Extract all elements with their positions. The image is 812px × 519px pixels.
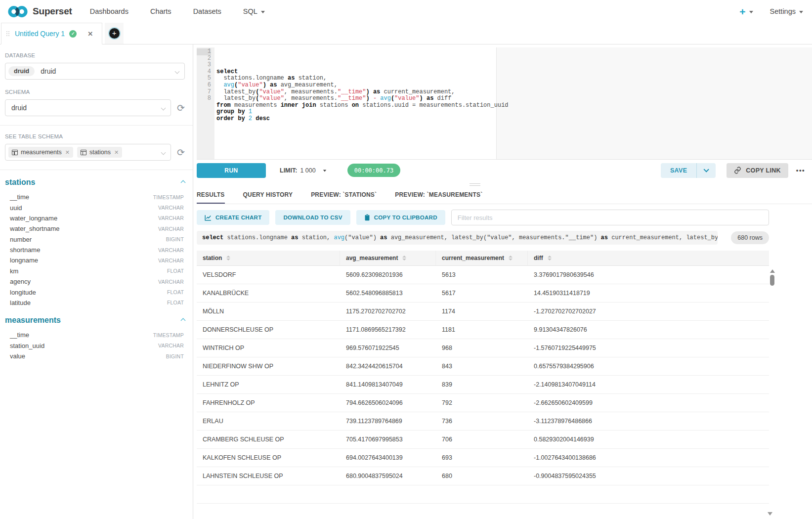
refresh-tables-icon[interactable]: ⟳ <box>177 148 185 157</box>
table-cell: 739.1123789764869 <box>340 412 436 430</box>
table-chip-measurements[interactable]: measurements ✕ <box>8 147 73 158</box>
column-header-current_measurement[interactable]: current_measurement <box>436 251 528 265</box>
add-tab-button[interactable]: + <box>105 23 124 44</box>
schema-table-stations: stations__timeTIMESTAMPuuidVARCHARwater_… <box>5 178 185 308</box>
code-line: avg("value") as avg_measurement, <box>216 82 812 89</box>
code-line: stations.longname as station, <box>216 75 812 82</box>
editor-gutter: 12345678 <box>197 47 214 159</box>
results-actions: CREATE CHART DOWNLOAD TO CSV COPY TO CLI… <box>197 210 769 225</box>
column-header-avg_measurement[interactable]: avg_measurement <box>340 251 436 265</box>
caret-down-icon <box>261 11 265 13</box>
download-csv-button[interactable]: DOWNLOAD TO CSV <box>275 210 350 225</box>
refresh-schemas-icon[interactable]: ⟳ <box>177 103 185 113</box>
table-cell: 842.3424420615704 <box>340 357 436 375</box>
table-row[interactable]: CRAMBERG SCHLEUSE OP705.4170697995853706… <box>197 431 769 449</box>
table-row[interactable]: MÖLLN1175.27027027027021174-1.2702702702… <box>197 303 769 321</box>
superset-brand[interactable]: Superset <box>7 5 72 18</box>
table-row[interactable]: ERLAU739.1123789764869736-3.112378976486… <box>197 412 769 431</box>
settings-menu[interactable]: Settings <box>770 7 803 15</box>
table-chip-stations[interactable]: stations ✕ <box>77 147 122 158</box>
tab-preview-measurements[interactable]: PREVIEW: `MEASUREMENTS` <box>395 191 482 204</box>
tab-preview-stations[interactable]: PREVIEW: `STATIONS` <box>311 191 377 204</box>
scroll-down-icon[interactable] <box>768 512 772 516</box>
schema-table-name: measurements <box>5 316 61 325</box>
results-table-header: stationavg_measurementcurrent_measuremen… <box>197 251 769 266</box>
tab-untitled-query-1[interactable]: Untitled Query 1 ✓ ✕ <box>1 23 102 44</box>
close-tab-icon[interactable]: ✕ <box>87 30 93 38</box>
code-token: diff <box>433 95 451 102</box>
limit-value: 1 000 <box>300 167 315 174</box>
table-row[interactable]: DONNERSCHLEUSE OP1171.086956521739211819… <box>197 321 769 339</box>
code-token: ) <box>420 95 423 102</box>
sql-editor[interactable]: 12345678 select stations.longname as sta… <box>197 47 812 159</box>
table-row[interactable]: LEHNITZ OP841.1409813407049839-2.1409813… <box>197 376 769 394</box>
table-cell: 1174 <box>436 303 528 320</box>
caret-down-icon <box>799 11 803 13</box>
more-actions-button[interactable]: ••• <box>796 167 805 174</box>
remove-chip-icon[interactable]: ✕ <box>114 149 119 156</box>
table-cell: 1171.0869565217392 <box>340 321 436 339</box>
results-scrollbar[interactable] <box>769 265 775 519</box>
schema-table-header-measurements[interactable]: measurements <box>5 316 185 325</box>
table-cell: KALKOFEN SCHLEUSE OP <box>197 449 340 467</box>
schema-select[interactable]: druid <box>5 99 171 116</box>
tab-results[interactable]: RESULTS <box>197 191 225 204</box>
nav-item-charts[interactable]: Charts <box>150 7 171 15</box>
code-token: "__time" <box>338 95 366 102</box>
column-header-station[interactable]: station <box>197 251 340 265</box>
pane-splitter[interactable] <box>197 181 812 189</box>
code-line: from measurements inner join stations on… <box>216 102 812 109</box>
new-item-button[interactable]: + <box>739 6 753 17</box>
database-type-chip: druid <box>8 66 35 76</box>
column-name: water_shortname <box>10 225 59 232</box>
table-cell: 794.6626506024096 <box>340 394 436 412</box>
code-token <box>245 108 249 115</box>
filter-results-input[interactable] <box>451 210 769 225</box>
gutter-line: 6 <box>197 82 211 89</box>
column-header-diff[interactable]: diff <box>528 251 769 265</box>
table-row[interactable]: NIEDERFINOW SHW OP842.34244206157048430.… <box>197 357 769 376</box>
nav-right: + Settings <box>739 6 803 17</box>
copy-link-button[interactable]: COPY LINK <box>727 163 788 178</box>
table-row[interactable]: FAHRENHOLZ OP794.6626506024096792-2.6626… <box>197 394 769 412</box>
editor-code[interactable]: select stations.longname as station, avg… <box>214 47 812 159</box>
gutter-line: 4 <box>197 69 211 76</box>
save-options-button[interactable] <box>697 163 716 178</box>
table-row[interactable]: KANALBRÜCKE5602.548096885813561714.45190… <box>197 284 769 303</box>
column-type: VARCHAR <box>158 226 184 232</box>
save-button[interactable]: SAVE <box>661 163 696 178</box>
nav-item-datasets[interactable]: Datasets <box>193 7 221 15</box>
sort-icon <box>402 256 406 260</box>
code-token: avg <box>223 82 234 88</box>
code-token: ("value") <box>344 234 380 241</box>
table-row[interactable]: VELSDORF5609.62309820193656133.376901798… <box>197 266 769 284</box>
column-header-label: current_measurement <box>442 255 504 261</box>
table-row[interactable]: KALKOFEN SCHLEUSE OP694.0027643400139693… <box>197 449 769 467</box>
remove-chip-icon[interactable]: ✕ <box>65 149 70 156</box>
run-button[interactable]: RUN <box>197 163 266 178</box>
column-type: FLOAT <box>167 268 184 274</box>
limit-dropdown[interactable]: LIMIT: 1 000 <box>280 167 327 174</box>
table-row[interactable]: LAHNSTEIN SCHLEUSE OP680.900483759502468… <box>197 467 769 485</box>
scrollbar-thumb[interactable] <box>770 275 774 286</box>
schema-table-header-stations[interactable]: stations <box>5 178 185 187</box>
caret-down-icon <box>749 11 753 13</box>
create-chart-button[interactable]: CREATE CHART <box>197 210 269 225</box>
schema-table-name: stations <box>5 178 35 187</box>
database-select[interactable]: druid druid <box>5 63 185 80</box>
code-token: select <box>202 234 223 241</box>
query-success-icon: ✓ <box>69 30 77 38</box>
tab-query-history[interactable]: QUERY HISTORY <box>243 191 293 204</box>
executed-query-preview[interactable]: select stations.longname as station, avg… <box>197 231 718 245</box>
gutter-line: 7 <box>197 89 211 96</box>
column-type: BIGINT <box>166 236 184 242</box>
table-cell: KANALBRÜCKE <box>197 284 340 302</box>
copy-to-clipboard-button[interactable]: COPY TO CLIPBOARD <box>356 210 445 225</box>
column-type: VARCHAR <box>158 258 184 263</box>
table-row[interactable]: WINTRICH OP969.576071922545968-1.5760719… <box>197 339 769 357</box>
scroll-up-icon[interactable] <box>770 269 775 273</box>
nav-item-dashboards[interactable]: Dashboards <box>90 7 128 15</box>
plus-icon: + <box>739 6 745 17</box>
nav-item-sql[interactable]: SQL <box>243 7 265 15</box>
table-schema-select[interactable]: measurements ✕ stations ✕ <box>5 144 171 161</box>
